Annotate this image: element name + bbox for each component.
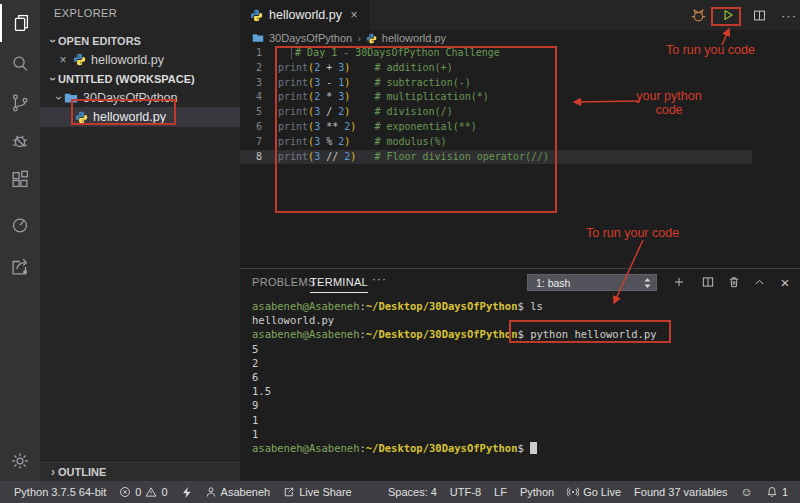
line-number: 7 [240, 135, 262, 150]
bell-icon [766, 486, 778, 498]
chevron-down-icon: › [52, 93, 66, 103]
extensions-icon[interactable] [0, 161, 40, 199]
line-number: 1 [240, 46, 262, 61]
line-number: 3 [240, 76, 262, 91]
terminal-cursor [530, 442, 537, 454]
terminal-line-2: helloworld.py [252, 313, 792, 327]
close-panel-icon[interactable]: × [776, 273, 794, 291]
lightning-icon[interactable] [181, 486, 192, 499]
line-number: 4 [240, 90, 262, 105]
tab-helloworld[interactable]: helloworld.py × [240, 0, 370, 30]
section-workspace[interactable]: › UNTITLED (WORKSPACE) [40, 69, 240, 88]
chevron-right-icon: › [48, 465, 58, 479]
code-line-2[interactable]: 2print(2 + 3) # addition(+) [240, 61, 752, 76]
terminal-line-10: 1 [252, 427, 792, 441]
bottom-panel: PROBLEMS TERMINAL ··· 1: bash × asabeneh… [240, 268, 800, 481]
breadcrumb: 30DaysOfPython › helloworld.py [240, 30, 800, 46]
close-editor-icon[interactable]: × [57, 53, 69, 67]
maximize-panel-icon[interactable] [750, 273, 768, 291]
live-share-icon [283, 486, 295, 498]
code-line-4[interactable]: 4print(2 * 3) # multiplication(*) [240, 90, 752, 105]
line-number: 6 [240, 120, 262, 135]
run-icon[interactable] [719, 6, 737, 24]
terminal-line-7: 1.5 [252, 384, 792, 398]
explorer-icon[interactable] [0, 4, 40, 42]
cat-extension-icon[interactable] [689, 6, 707, 24]
chevron-down-icon: › [46, 36, 60, 46]
search-icon[interactable] [0, 45, 40, 83]
status-encoding[interactable]: UTF-8 [450, 486, 481, 498]
section-outline[interactable]: › OUTLINE [40, 462, 240, 481]
status-language[interactable]: Python [520, 486, 554, 498]
line-number: 2 [240, 61, 262, 76]
explorer-title: EXPLORER [54, 7, 117, 19]
person-icon [205, 486, 217, 498]
breadcrumb-file[interactable]: helloworld.py [382, 32, 446, 44]
terminal-content[interactable]: asabeneh@Asabeneh:~/Desktop/30DaysOfPyth… [252, 299, 792, 474]
python-file-icon [73, 53, 86, 66]
line-number: 5 [240, 105, 262, 120]
shell-selector[interactable]: 1: bash [527, 274, 657, 291]
file-item-helloworld[interactable]: helloworld.py [40, 107, 240, 127]
code-line-5[interactable]: 5print(3 / 2) # division(/) [240, 105, 752, 120]
status-eol[interactable]: LF [494, 486, 507, 498]
split-editor-icon[interactable] [750, 6, 768, 24]
status-spaces[interactable]: Spaces: 4 [388, 486, 437, 498]
code-editor[interactable]: 1 # Day 1 - 30DaysOfPython Challenge2pri… [240, 46, 752, 268]
source-control-icon[interactable] [0, 84, 40, 122]
status-variables[interactable]: Found 37 variables [634, 486, 728, 498]
code-line-7[interactable]: 7print(3 % 2) # modulus(%) [240, 135, 752, 150]
chevron-down-icon: › [46, 74, 60, 84]
time-icon[interactable] [0, 206, 40, 244]
python-file-icon [250, 9, 263, 22]
new-terminal-icon[interactable] [670, 273, 688, 291]
folder-icon [64, 91, 78, 105]
kill-terminal-icon[interactable] [725, 273, 743, 291]
tab-problems[interactable]: PROBLEMS [252, 276, 316, 292]
status-bar: Python 3.7.5 64-bit 0 0 Asabeneh Live Sh… [0, 481, 800, 503]
updown-icon [643, 277, 652, 289]
status-notifications[interactable]: 1 [766, 486, 788, 498]
status-go-live[interactable]: Go Live [567, 486, 621, 498]
breadcrumb-folder[interactable]: 30DaysOfPython [269, 32, 352, 44]
open-editor-item-helloworld[interactable]: × helloworld.py [40, 50, 240, 69]
broadcast-icon [567, 486, 579, 498]
status-problems[interactable]: 0 0 [119, 486, 167, 498]
python-file-icon [366, 33, 377, 44]
close-tab-icon[interactable]: × [348, 8, 360, 22]
tab-terminal[interactable]: TERMINAL [310, 276, 368, 293]
folder-icon [252, 32, 264, 44]
terminal-line-11: asabeneh@Asabeneh:~/Desktop/30DaysOfPyth… [252, 441, 792, 455]
code-line-8[interactable]: 8print(3 // 2) # Floor division operator… [240, 150, 752, 165]
warning-icon [145, 486, 157, 498]
settings-gear-icon[interactable] [0, 442, 40, 480]
terminal-line-6: 6 [252, 370, 792, 384]
code-line-3[interactable]: 3print(3 - 1) # subtraction(-) [240, 76, 752, 91]
terminal-line-1: asabeneh@Asabeneh:~/Desktop/30DaysOfPyth… [252, 299, 792, 313]
code-line-6[interactable]: 6print(3 ** 2) # exponential(**) [240, 120, 752, 135]
code-line-1[interactable]: 1 # Day 1 - 30DaysOfPython Challenge [240, 46, 752, 61]
terminal-line-9: 1 [252, 413, 792, 427]
terminal-line-3: asabeneh@Asabeneh:~/Desktop/30DaysOfPyth… [252, 327, 792, 341]
terminal-line-8: 9 [252, 398, 792, 412]
more-actions-icon[interactable]: ··· [780, 6, 798, 24]
error-icon [119, 486, 131, 498]
terminal-line-4: 5 [252, 342, 792, 356]
smiley-icon[interactable]: ☺ [741, 485, 753, 499]
terminal-line-5: 2 [252, 356, 792, 370]
line-number: 8 [240, 150, 262, 165]
status-python-version[interactable]: Python 3.7.5 64-bit [14, 486, 106, 498]
explorer-sidebar: EXPLORER › OPEN EDITORS × helloworld.py … [40, 0, 240, 481]
debug-icon[interactable] [0, 122, 40, 160]
editor-group: helloworld.py × ··· 30DaysOfPython › hel… [240, 0, 800, 268]
share-icon[interactable] [0, 248, 40, 286]
python-file-icon [75, 111, 88, 124]
panel-more-icon[interactable]: ··· [372, 272, 387, 286]
status-user[interactable]: Asabeneh [205, 486, 271, 498]
section-open-editors[interactable]: › OPEN EDITORS [40, 31, 240, 50]
split-terminal-icon[interactable] [699, 273, 717, 291]
folder-item-30daysofpython[interactable]: › 30DaysOfPython [40, 88, 240, 107]
status-live-share[interactable]: Live Share [283, 486, 352, 498]
activity-bar [0, 0, 40, 481]
tab-bar: helloworld.py × ··· [240, 0, 800, 30]
